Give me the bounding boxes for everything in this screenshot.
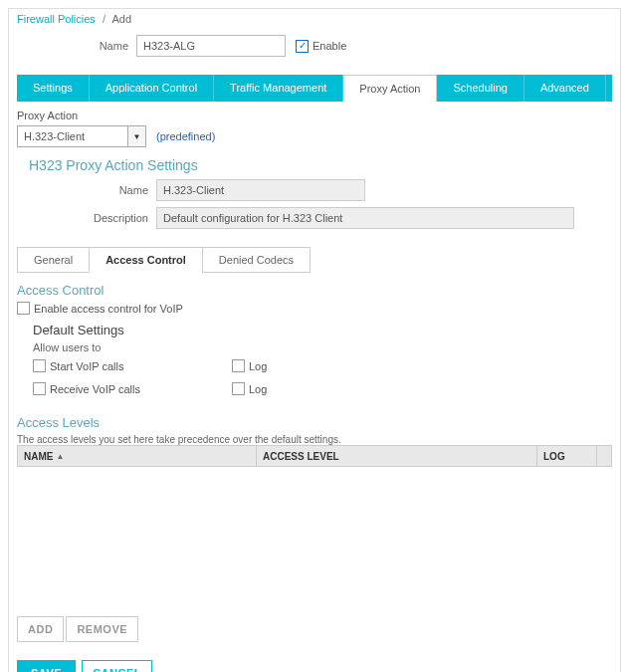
access-control-heading: Access Control (17, 283, 612, 298)
receive-calls-label: Receive VoIP calls (50, 383, 140, 395)
subtab-access-control[interactable]: Access Control (89, 247, 203, 273)
col-name-text: NAME (24, 451, 53, 462)
col-name[interactable]: NAME ▲ (18, 446, 257, 466)
remove-button[interactable]: REMOVE (66, 616, 138, 642)
settings-desc-label: Description (17, 212, 156, 224)
proxy-action-selected: H.323-Client (24, 130, 85, 142)
proxy-action-label: Proxy Action (17, 110, 612, 121)
access-levels-heading: Access Levels (17, 415, 612, 430)
chevron-down-icon (127, 126, 145, 146)
tab-proxy-action[interactable]: Proxy Action (343, 75, 437, 102)
receive-calls-log-checkbox[interactable] (232, 382, 245, 395)
proxy-settings-heading: H323 Proxy Action Settings (29, 157, 612, 173)
settings-name-label: Name (17, 184, 156, 196)
breadcrumb-parent-link[interactable]: Firewall Policies (17, 13, 96, 25)
save-button[interactable]: SAVE (17, 660, 76, 672)
enable-label: Enable (313, 40, 346, 52)
start-calls-label: Start VoIP calls (50, 360, 123, 372)
main-tabs: Settings Application Control Traffic Man… (17, 75, 612, 102)
name-input[interactable] (136, 35, 286, 57)
proxy-action-select[interactable]: H.323-Client (17, 125, 146, 147)
col-spacer (597, 446, 611, 466)
start-calls-checkbox[interactable] (33, 359, 46, 372)
subtab-general[interactable]: General (17, 247, 90, 273)
breadcrumb: Firewall Policies / Add (17, 13, 612, 25)
col-access-level[interactable]: ACCESS LEVEL (257, 446, 537, 466)
col-log[interactable]: LOG (537, 446, 597, 466)
predefined-link[interactable]: (predefined) (156, 130, 215, 142)
allow-users-label: Allow users to (33, 341, 612, 353)
breadcrumb-separator: / (103, 13, 105, 25)
tab-scheduling[interactable]: Scheduling (437, 75, 524, 102)
table-body (17, 467, 612, 606)
sub-tabs: General Access Control Denied Codecs (17, 247, 612, 273)
cancel-button[interactable]: CANCEL (82, 660, 152, 672)
enable-voip-label: Enable access control for VoIP (34, 303, 183, 315)
page-container: Firewall Policies / Add Name Enable Sett… (8, 8, 621, 672)
enable-voip-checkbox[interactable] (17, 302, 30, 315)
subtab-denied-codecs[interactable]: Denied Codecs (202, 247, 311, 273)
add-button[interactable]: ADD (17, 616, 64, 642)
tab-advanced[interactable]: Advanced (524, 75, 606, 102)
table-header: NAME ▲ ACCESS LEVEL LOG (17, 445, 612, 467)
enable-checkbox[interactable] (296, 40, 309, 53)
name-label: Name (97, 40, 136, 52)
sort-asc-icon: ▲ (56, 452, 64, 461)
tab-traffic-management[interactable]: Traffic Management (214, 75, 343, 102)
default-settings-heading: Default Settings (33, 323, 612, 337)
receive-calls-log-label: Log (249, 383, 267, 395)
access-levels-hint: The access levels you set here take prec… (17, 434, 612, 445)
tab-settings[interactable]: Settings (17, 75, 90, 102)
settings-name-value: H.323-Client (156, 179, 365, 201)
start-calls-log-label: Log (249, 360, 267, 372)
tab-application-control[interactable]: Application Control (90, 75, 214, 102)
start-calls-log-checkbox[interactable] (232, 359, 245, 372)
receive-calls-checkbox[interactable] (33, 382, 46, 395)
settings-desc-value: Default configuration for H.323 Client (156, 207, 574, 229)
breadcrumb-current: Add (111, 13, 131, 25)
